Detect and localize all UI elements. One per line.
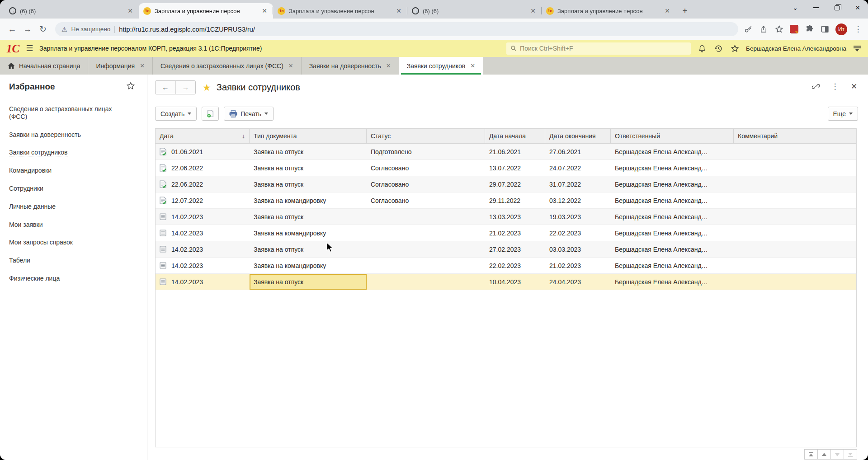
main-menu-burger-icon[interactable]: ☰ bbox=[26, 43, 33, 53]
share-icon[interactable] bbox=[759, 25, 768, 34]
favorites-item[interactable]: Физические лица bbox=[9, 275, 123, 282]
form-tab[interactable]: Заявки сотрудников ✕ bbox=[399, 57, 483, 75]
table-row[interactable]: 22.06.2022 Заявка на отпуск Согласовано … bbox=[156, 176, 856, 192]
browser-tab[interactable]: → (6) (6) ✕ bbox=[5, 3, 139, 19]
column-header-responsible[interactable]: Ответственный bbox=[611, 129, 734, 143]
table-row[interactable]: 14.02.2023 Заявка на командировку 21.02.… bbox=[156, 225, 856, 241]
column-header-status[interactable]: Статус bbox=[367, 129, 485, 143]
column-header-start-date[interactable]: Дата начала bbox=[485, 129, 545, 143]
cell-doc-type[interactable]: Заявка на отпуск bbox=[250, 274, 367, 290]
bookmark-star-icon[interactable] bbox=[774, 25, 783, 34]
cell-doc-type[interactable]: Заявка на отпуск bbox=[250, 176, 367, 192]
form-tab[interactable]: Начальная страница bbox=[0, 57, 88, 75]
browser-tab[interactable]: 1с Зарплата и управление персон ✕ bbox=[139, 3, 273, 19]
favorites-item[interactable]: Командировки bbox=[9, 167, 123, 174]
form-tab[interactable]: Информация ✕ bbox=[88, 57, 153, 75]
profile-avatar[interactable]: Ит bbox=[835, 23, 847, 35]
back-icon[interactable]: ← bbox=[5, 23, 19, 36]
go-down-icon[interactable] bbox=[830, 449, 844, 460]
favorites-item-label: Заявки сотрудников bbox=[9, 149, 68, 156]
favorites-item[interactable]: Заявки на доверенность bbox=[9, 131, 123, 139]
tab-search-icon[interactable]: ⌄ bbox=[785, 0, 806, 15]
close-form-tab-icon[interactable]: ✕ bbox=[470, 62, 475, 69]
close-form-tab-icon[interactable]: ✕ bbox=[288, 62, 293, 69]
new-tab-button[interactable]: + bbox=[679, 5, 691, 17]
column-header-comment[interactable]: Комментарий bbox=[734, 129, 856, 143]
browser-menu-kebab-icon[interactable]: ⋮ bbox=[854, 25, 863, 34]
favorites-item[interactable]: Сотрудники bbox=[9, 185, 123, 192]
table-row[interactable]: 14.02.2023 Заявка на командировку 22.02.… bbox=[156, 258, 856, 274]
address-bar[interactable]: ⚠ Не защищено http://ru1c.rus.ad.egisplc… bbox=[55, 22, 738, 36]
form-tab[interactable]: Заявки на доверенность ✕ bbox=[302, 57, 399, 75]
browser-tab[interactable]: 1с Зарплата и управление персон ✕ bbox=[542, 3, 676, 19]
table-row[interactable]: 14.02.2023 Заявка на отпуск 13.03.2023 1… bbox=[156, 209, 856, 225]
close-form-tab-icon[interactable]: ✕ bbox=[386, 62, 391, 69]
forward-icon[interactable]: → bbox=[21, 23, 34, 36]
column-header-date[interactable]: Дата ↓ bbox=[156, 129, 250, 143]
global-search-input[interactable]: Поиск Ctrl+Shift+F bbox=[506, 42, 691, 55]
form-kebab-menu-icon[interactable]: ⋮ bbox=[831, 82, 839, 90]
favorites-item[interactable]: Табели bbox=[9, 257, 123, 264]
go-last-icon[interactable] bbox=[844, 449, 857, 460]
cell-doc-type[interactable]: Заявка на отпуск bbox=[250, 241, 367, 257]
table-row[interactable]: 12.07.2022 Заявка на командировку Соглас… bbox=[156, 192, 856, 209]
close-tab-icon[interactable]: ✕ bbox=[663, 7, 671, 15]
form-favorite-star-icon[interactable]: ★ bbox=[203, 82, 211, 93]
favorites-item[interactable]: Мои заявки bbox=[9, 221, 123, 229]
nav-back-button[interactable]: ← bbox=[156, 81, 175, 94]
favorites-item[interactable]: Сведения о застрахованных лицах (ФСС) bbox=[9, 105, 123, 121]
1c-logo[interactable]: 1С bbox=[6, 43, 19, 54]
close-tab-icon[interactable]: ✕ bbox=[260, 7, 269, 15]
close-tab-icon[interactable]: ✕ bbox=[395, 7, 403, 15]
column-header-doc-type[interactable]: Тип документа bbox=[250, 129, 367, 143]
service-menu-icon[interactable] bbox=[853, 46, 862, 52]
cell-doc-type[interactable]: Заявка на отпуск bbox=[250, 160, 367, 176]
get-link-icon[interactable] bbox=[812, 82, 820, 90]
notifications-bell-icon[interactable] bbox=[697, 43, 707, 53]
cell-start-date: 13.03.2023 bbox=[485, 209, 545, 225]
more-button[interactable]: Еще bbox=[828, 107, 859, 121]
restore-button[interactable] bbox=[826, 0, 847, 15]
table-row[interactable]: 14.02.2023 Заявка на отпуск 27.02.2023 0… bbox=[156, 241, 856, 258]
current-user-name[interactable]: Бершадская Елена Александровна bbox=[746, 45, 846, 52]
close-form-tab-icon[interactable]: ✕ bbox=[140, 62, 145, 69]
favorites-item[interactable]: Заявки сотрудников bbox=[9, 149, 123, 156]
go-first-icon[interactable] bbox=[804, 449, 818, 460]
extension-red-icon[interactable] bbox=[790, 25, 798, 33]
extensions-puzzle-icon[interactable] bbox=[805, 25, 814, 34]
nav-forward-button[interactable]: → bbox=[175, 81, 195, 94]
favorites-outline-star-icon[interactable] bbox=[126, 81, 135, 92]
cell-doc-type[interactable]: Заявка на командировку bbox=[250, 258, 367, 273]
table-row[interactable]: 01.06.2021 Заявка на отпуск Подготовлено… bbox=[156, 144, 856, 160]
print-button[interactable]: Печать bbox=[224, 107, 274, 121]
table-row[interactable]: 14.02.2023 Заявка на отпуск 10.04.2023 2… bbox=[156, 274, 856, 290]
favorites-item[interactable]: Личные данные bbox=[9, 203, 123, 211]
column-header-end-date[interactable]: Дата окончания bbox=[545, 129, 611, 143]
create-button[interactable]: Создать bbox=[155, 107, 197, 121]
form-header-icons: ⋮ ✕ bbox=[812, 82, 858, 90]
minimize-button[interactable] bbox=[806, 0, 826, 15]
history-icon[interactable] bbox=[713, 43, 723, 53]
cell-doc-type[interactable]: Заявка на командировку bbox=[250, 225, 367, 241]
date-value: 14.02.2023 bbox=[171, 262, 203, 269]
reload-icon[interactable]: ↻ bbox=[36, 23, 50, 36]
create-by-copy-button[interactable] bbox=[202, 107, 219, 121]
close-window-button[interactable]: ✕ bbox=[847, 0, 868, 15]
password-key-icon[interactable] bbox=[744, 25, 753, 34]
form-tab[interactable]: Сведения о застрахованных лицах (ФСС) ✕ bbox=[153, 57, 302, 75]
browser-tab[interactable]: 1с Зарплата и управление персон ✕ bbox=[273, 3, 407, 19]
favorites-star-icon[interactable] bbox=[730, 43, 740, 53]
form-close-icon[interactable]: ✕ bbox=[850, 82, 858, 90]
cell-doc-type[interactable]: Заявка на командировку bbox=[250, 192, 367, 208]
cell-doc-type[interactable]: Заявка на отпуск bbox=[250, 144, 367, 160]
go-up-icon[interactable] bbox=[817, 449, 831, 460]
browser-tab[interactable]: → (6) (6) ✕ bbox=[407, 3, 542, 19]
favorites-item[interactable]: Мои запросы справок bbox=[9, 239, 123, 246]
side-panel-icon[interactable] bbox=[820, 25, 829, 34]
close-tab-icon[interactable]: ✕ bbox=[126, 7, 134, 15]
table-row[interactable]: 22.06.2022 Заявка на отпуск Согласовано … bbox=[156, 160, 856, 176]
close-tab-icon[interactable]: ✕ bbox=[529, 7, 537, 15]
cell-doc-type[interactable]: Заявка на отпуск bbox=[250, 209, 367, 225]
chevron-down-icon bbox=[849, 113, 853, 115]
cell-responsible: Бершадская Елена Александ… bbox=[611, 225, 734, 241]
